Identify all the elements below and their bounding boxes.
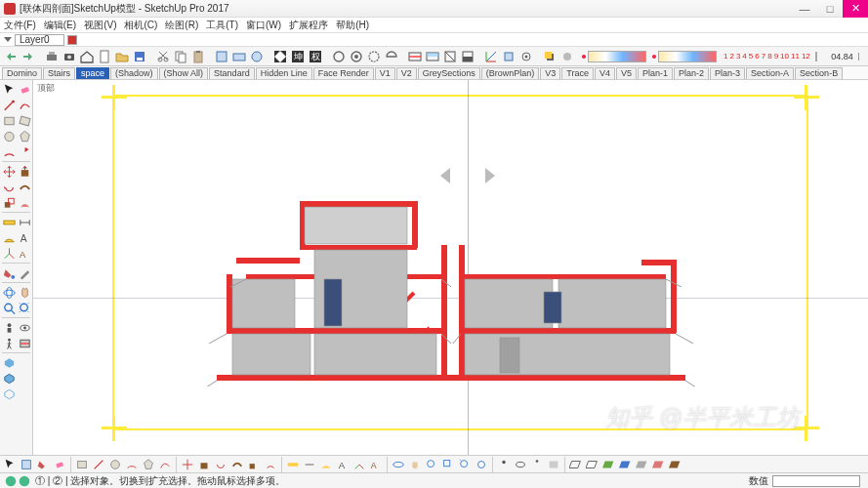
btb-walk[interactable] — [529, 457, 545, 472]
layer-color-swatch[interactable] — [67, 35, 77, 45]
btb-3dtext[interactable]: A — [368, 457, 384, 472]
shadow-date-slider[interactable] — [580, 51, 646, 62]
style-front-button[interactable]: 权 — [307, 48, 324, 65]
polygon-tool[interactable] — [18, 129, 32, 143]
tab-v5[interactable]: V5 — [616, 67, 637, 79]
btb-dim[interactable] — [302, 457, 317, 472]
menu-draw[interactable]: 绘图(R) — [165, 19, 198, 32]
btb-eraser[interactable] — [52, 457, 67, 472]
tape-tool[interactable] — [2, 215, 17, 229]
print-button[interactable] — [43, 48, 61, 65]
style-top-button[interactable]: 坤 — [289, 48, 307, 65]
menu-window[interactable]: 窗口(W) — [246, 19, 281, 32]
text-tool[interactable]: A — [18, 230, 32, 245]
paint-tool[interactable] — [2, 265, 17, 280]
menu-file[interactable]: 文件(F) — [4, 19, 36, 32]
position-camera-tool[interactable] — [2, 320, 17, 335]
section-tool[interactable] — [18, 336, 32, 350]
tab-shadow[interactable]: (Shadow) — [110, 67, 158, 79]
freehand-tool[interactable] — [18, 98, 32, 112]
circle-tool[interactable] — [2, 129, 17, 143]
btb-text[interactable]: A — [335, 457, 351, 472]
pushpull-tool[interactable] — [18, 164, 32, 179]
tab-v3[interactable]: V3 — [540, 67, 560, 79]
layer-select[interactable]: Layer0 — [15, 34, 64, 46]
plugin-3-button[interactable] — [2, 386, 17, 401]
style-iso-button[interactable] — [271, 48, 289, 65]
btb-style-mono[interactable] — [635, 457, 650, 472]
btb-tape[interactable] — [285, 457, 301, 472]
paste-button[interactable] — [189, 48, 207, 65]
tab-trace[interactable]: Trace — [561, 67, 594, 79]
dimension-tool[interactable] — [18, 215, 32, 229]
arc-tool[interactable] — [2, 144, 17, 159]
tab-plan2[interactable]: Plan-2 — [674, 67, 709, 79]
btb-zoom-extents[interactable] — [457, 457, 473, 472]
btb-select[interactable] — [2, 457, 18, 472]
camera-button[interactable] — [61, 48, 78, 65]
tab-plan3[interactable]: Plan-3 — [710, 67, 745, 79]
menu-camera[interactable]: 相机(C) — [124, 19, 157, 32]
tab-v2[interactable]: V2 — [396, 67, 417, 79]
zoom-tool[interactable] — [2, 301, 17, 315]
move-tool[interactable] — [2, 164, 17, 179]
followme-tool[interactable] — [18, 180, 32, 194]
section-cut-button[interactable] — [441, 48, 459, 65]
tab-v4[interactable]: V4 — [595, 67, 615, 79]
tab-space[interactable]: space — [76, 67, 109, 79]
offset-tool[interactable] — [18, 195, 32, 210]
menu-ext[interactable]: 扩展程序 — [289, 19, 328, 32]
save-button[interactable] — [131, 48, 148, 65]
shadow-light-slider[interactable] — [815, 52, 817, 61]
menu-tools[interactable]: 工具(T) — [206, 19, 238, 32]
tab-sectionb[interactable]: Section-B — [795, 67, 843, 79]
line-tool[interactable] — [2, 98, 17, 112]
undo-button[interactable] — [2, 48, 20, 65]
btb-component[interactable] — [19, 457, 34, 472]
eraser-tool[interactable] — [18, 82, 32, 97]
orbit-tool[interactable] — [2, 285, 17, 300]
circle-half-button[interactable] — [383, 48, 400, 65]
tab-domino[interactable]: Domino — [2, 67, 42, 79]
btb-circle[interactable] — [107, 457, 123, 472]
plugin-1-button[interactable] — [2, 355, 17, 370]
tab-sectiona[interactable]: Section-A — [746, 67, 794, 79]
look-tool[interactable] — [18, 320, 32, 335]
viewport[interactable]: 顶部 — [33, 80, 868, 455]
component-button[interactable] — [213, 48, 230, 65]
close-button[interactable]: ✕ — [843, 0, 868, 18]
btb-style-wire[interactable] — [568, 457, 584, 472]
btb-pan[interactable] — [407, 457, 423, 472]
btb-rotate[interactable] — [213, 457, 228, 472]
copy-button[interactable] — [172, 48, 189, 65]
btb-axes[interactable] — [351, 457, 367, 472]
btb-back-edges[interactable] — [668, 457, 683, 472]
circle-tool-button[interactable] — [330, 48, 348, 65]
btb-scale[interactable] — [246, 457, 262, 472]
btb-followme[interactable] — [229, 457, 245, 472]
open-button[interactable] — [113, 48, 131, 65]
tab-standard[interactable]: Standard — [209, 67, 255, 79]
menu-edit[interactable]: 编辑(E) — [44, 19, 76, 32]
circle-dashed-button[interactable] — [365, 48, 383, 65]
new-button[interactable] — [96, 48, 113, 65]
3dtext-tool[interactable]: A — [18, 246, 32, 261]
btb-paint[interactable] — [35, 457, 51, 472]
btb-line[interactable] — [91, 457, 106, 472]
pie-tool[interactable] — [18, 144, 32, 159]
shadow-time-slider[interactable] — [650, 51, 717, 62]
section-fill-button[interactable] — [459, 48, 476, 65]
explode-button[interactable] — [248, 48, 266, 65]
tab-v1[interactable]: V1 — [375, 67, 395, 79]
axes-tool[interactable] — [2, 246, 17, 261]
tab-stairs[interactable]: Stairs — [43, 67, 75, 79]
model-info-button[interactable] — [500, 48, 517, 65]
rect-tool[interactable] — [2, 113, 17, 128]
btb-prev-view[interactable] — [474, 457, 489, 472]
minimize-button[interactable]: — — [792, 0, 817, 18]
btb-position[interactable] — [496, 457, 512, 472]
scale-tool[interactable] — [2, 195, 17, 210]
group-button[interactable] — [230, 48, 248, 65]
zoom-extents-tool[interactable] — [18, 301, 32, 315]
plugin-2-button[interactable] — [2, 371, 17, 386]
